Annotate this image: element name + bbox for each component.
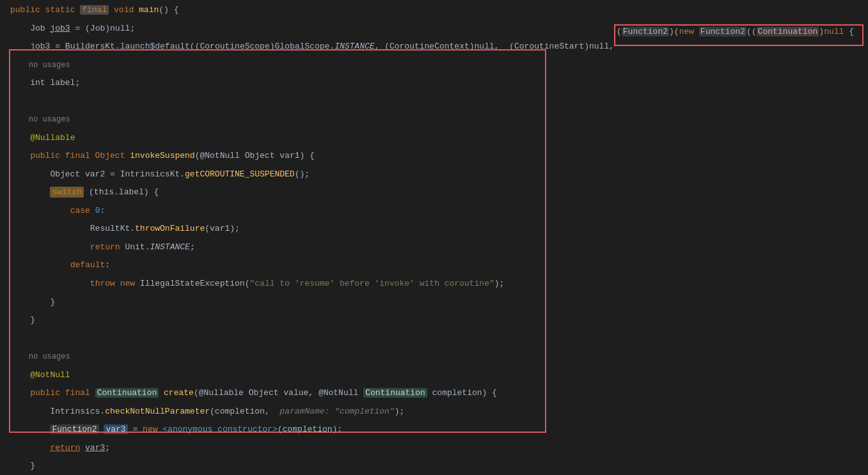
code-line: no usages xyxy=(0,56,868,75)
code-line: public final Continuation create(@Nullab… xyxy=(0,384,868,403)
code-line: case 0: xyxy=(0,202,868,221)
code-line: } xyxy=(0,457,868,475)
code-line: Object var2 = IntrinsicsKt.getCOROUTINE_… xyxy=(0,166,868,184)
code-line: job3 = BuildersKt.launch$default((Corout… xyxy=(0,38,868,56)
code-line: Function2 var3 = new <anonymous_construc… xyxy=(0,421,868,439)
code-line: switch (this.label) { xyxy=(0,183,868,202)
code-line xyxy=(0,93,868,111)
code-line: @NotNull xyxy=(0,366,868,385)
code-line: public final Object invokeSuspend(@NotNu… xyxy=(0,147,868,166)
code-line: @Nullable xyxy=(0,129,868,148)
code-container: public static final void main() { Job jo… xyxy=(0,0,868,475)
code-line: return Unit.INSTANCE; xyxy=(0,238,868,257)
code-line: ResultKt.throwOnFailure(var1); xyxy=(0,220,868,238)
code-line: default: xyxy=(0,256,868,275)
code-line: Intrinsics.checkNotNullParameter(complet… xyxy=(0,403,868,421)
code-line: int label; xyxy=(0,74,868,93)
code-line: } xyxy=(0,293,868,312)
code-line: no usages xyxy=(0,348,868,366)
code-line: return var3; xyxy=(0,439,868,458)
code-line xyxy=(0,330,868,348)
code-line: throw new IllegalStateException("call to… xyxy=(0,275,868,293)
code-line: no usages xyxy=(0,111,868,129)
code-editor: public static final void main() { Job jo… xyxy=(0,0,868,475)
code-line: public static final void main() { xyxy=(0,0,868,20)
code-line: } xyxy=(0,311,868,330)
